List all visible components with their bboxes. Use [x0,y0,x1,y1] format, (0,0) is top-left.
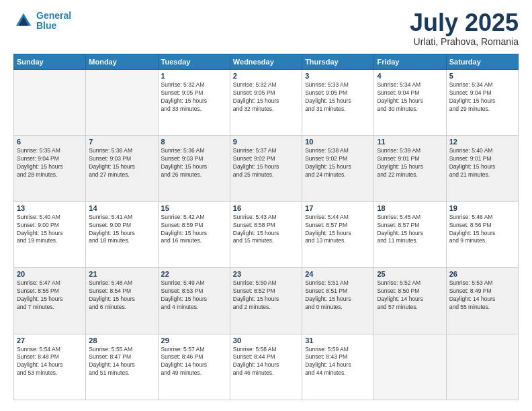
header-wednesday: Wednesday [230,54,302,70]
calendar-day-cell: 2Sunrise: 5:32 AM Sunset: 9:05 PM Daylig… [230,70,302,136]
calendar-day-cell: 10Sunrise: 5:38 AM Sunset: 9:02 PM Dayli… [302,136,374,201]
day-info: Sunrise: 5:47 AM Sunset: 8:55 PM Dayligh… [17,279,83,312]
day-info: Sunrise: 5:48 AM Sunset: 8:54 PM Dayligh… [89,279,154,312]
day-info: Sunrise: 5:49 AM Sunset: 8:53 PM Dayligh… [161,279,227,312]
calendar-day-cell: 27Sunrise: 5:54 AM Sunset: 8:48 PM Dayli… [14,334,86,400]
day-number: 4 [377,72,443,80]
day-number: 13 [17,204,83,212]
calendar-day-cell [86,70,158,136]
calendar-day-cell: 15Sunrise: 5:42 AM Sunset: 8:59 PM Dayli… [158,201,230,267]
day-number: 15 [161,204,227,212]
day-info: Sunrise: 5:44 AM Sunset: 8:57 PM Dayligh… [305,214,371,246]
day-info: Sunrise: 5:46 AM Sunset: 8:56 PM Dayligh… [449,214,515,246]
header-tuesday: Tuesday [158,54,230,70]
calendar-day-cell: 3Sunrise: 5:33 AM Sunset: 9:05 PM Daylig… [302,70,374,136]
day-number: 14 [89,204,154,212]
day-number: 26 [449,270,515,278]
day-number: 18 [377,204,443,212]
day-number: 5 [449,72,515,80]
calendar-week-row: 6Sunrise: 5:35 AM Sunset: 9:04 PM Daylig… [14,136,519,201]
day-info: Sunrise: 5:50 AM Sunset: 8:52 PM Dayligh… [233,279,299,312]
day-info: Sunrise: 5:38 AM Sunset: 9:02 PM Dayligh… [305,147,371,179]
day-number: 27 [17,336,83,345]
day-number: 6 [17,138,83,146]
logo: General Blue [13,11,71,32]
day-number: 7 [89,138,154,146]
day-info: Sunrise: 5:57 AM Sunset: 8:46 PM Dayligh… [161,346,227,378]
title-block: July 2025 Urlati, Prahova, Romania [410,11,519,47]
day-number: 2 [233,72,299,80]
calendar-day-cell: 29Sunrise: 5:57 AM Sunset: 8:46 PM Dayli… [158,334,230,400]
day-number: 9 [233,138,299,146]
logo-general: General [36,10,71,21]
day-info: Sunrise: 5:40 AM Sunset: 9:00 PM Dayligh… [17,214,83,246]
day-info: Sunrise: 5:55 AM Sunset: 8:47 PM Dayligh… [89,346,154,378]
day-number: 21 [89,270,154,278]
day-number: 19 [449,204,515,212]
calendar-day-cell: 8Sunrise: 5:36 AM Sunset: 9:03 PM Daylig… [158,136,230,201]
calendar-day-cell: 14Sunrise: 5:41 AM Sunset: 9:00 PM Dayli… [86,201,158,267]
calendar-day-cell: 9Sunrise: 5:37 AM Sunset: 9:02 PM Daylig… [230,136,302,201]
calendar-day-cell: 11Sunrise: 5:39 AM Sunset: 9:01 PM Dayli… [374,136,446,201]
day-info: Sunrise: 5:45 AM Sunset: 8:57 PM Dayligh… [377,214,443,246]
calendar-day-cell: 28Sunrise: 5:55 AM Sunset: 8:47 PM Dayli… [86,334,158,400]
day-number: 10 [305,138,371,146]
day-info: Sunrise: 5:58 AM Sunset: 8:44 PM Dayligh… [233,346,299,378]
day-number: 29 [161,336,227,345]
calendar-day-cell: 30Sunrise: 5:58 AM Sunset: 8:44 PM Dayli… [230,334,302,400]
day-number: 25 [377,270,443,278]
calendar-day-cell [14,70,86,136]
header-saturday: Saturday [446,54,518,70]
day-number: 17 [305,204,371,212]
calendar-day-cell: 13Sunrise: 5:40 AM Sunset: 9:00 PM Dayli… [14,201,86,267]
weekday-header-row: Sunday Monday Tuesday Wednesday Thursday… [14,54,519,70]
calendar-day-cell: 19Sunrise: 5:46 AM Sunset: 8:56 PM Dayli… [446,201,518,267]
day-number: 20 [17,270,83,278]
calendar-day-cell: 25Sunrise: 5:52 AM Sunset: 8:50 PM Dayli… [374,268,446,334]
day-info: Sunrise: 5:40 AM Sunset: 9:01 PM Dayligh… [449,147,515,179]
calendar-day-cell: 7Sunrise: 5:36 AM Sunset: 9:03 PM Daylig… [86,136,158,201]
day-info: Sunrise: 5:54 AM Sunset: 8:48 PM Dayligh… [17,346,83,378]
day-info: Sunrise: 5:36 AM Sunset: 9:03 PM Dayligh… [161,147,227,179]
day-info: Sunrise: 5:37 AM Sunset: 9:02 PM Dayligh… [233,147,299,179]
header-thursday: Thursday [302,54,374,70]
header-friday: Friday [374,54,446,70]
calendar-table: Sunday Monday Tuesday Wednesday Thursday… [13,54,519,400]
day-number: 12 [449,138,515,146]
day-info: Sunrise: 5:32 AM Sunset: 9:05 PM Dayligh… [233,81,299,113]
day-info: Sunrise: 5:53 AM Sunset: 8:49 PM Dayligh… [449,279,515,312]
day-number: 1 [161,72,227,80]
day-info: Sunrise: 5:51 AM Sunset: 8:51 PM Dayligh… [305,279,371,312]
page: General Blue July 2025 Urlati, Prahova, … [0,0,532,411]
day-info: Sunrise: 5:39 AM Sunset: 9:01 PM Dayligh… [377,147,443,179]
day-info: Sunrise: 5:42 AM Sunset: 8:59 PM Dayligh… [161,214,227,246]
day-info: Sunrise: 5:35 AM Sunset: 9:04 PM Dayligh… [17,147,83,179]
header-sunday: Sunday [14,54,86,70]
day-number: 16 [233,204,299,212]
day-info: Sunrise: 5:34 AM Sunset: 9:04 PM Dayligh… [449,81,515,113]
calendar-day-cell: 12Sunrise: 5:40 AM Sunset: 9:01 PM Dayli… [446,136,518,201]
calendar-week-row: 1Sunrise: 5:32 AM Sunset: 9:05 PM Daylig… [14,70,519,136]
calendar-day-cell: 18Sunrise: 5:45 AM Sunset: 8:57 PM Dayli… [374,201,446,267]
day-number: 23 [233,270,299,278]
calendar-week-row: 20Sunrise: 5:47 AM Sunset: 8:55 PM Dayli… [14,268,519,334]
logo-blue-text: Blue [36,20,56,31]
day-number: 11 [377,138,443,146]
header-monday: Monday [86,54,158,70]
calendar-day-cell: 1Sunrise: 5:32 AM Sunset: 9:05 PM Daylig… [158,70,230,136]
month-title: July 2025 [410,11,519,35]
day-number: 31 [305,336,371,345]
day-number: 8 [161,138,227,146]
calendar-week-row: 27Sunrise: 5:54 AM Sunset: 8:48 PM Dayli… [14,334,519,400]
day-info: Sunrise: 5:34 AM Sunset: 9:04 PM Dayligh… [377,81,443,113]
logo-icon [13,11,34,31]
calendar-day-cell: 26Sunrise: 5:53 AM Sunset: 8:49 PM Dayli… [446,268,518,334]
day-info: Sunrise: 5:59 AM Sunset: 8:43 PM Dayligh… [305,346,371,378]
day-number: 3 [305,72,371,80]
calendar-day-cell: 17Sunrise: 5:44 AM Sunset: 8:57 PM Dayli… [302,201,374,267]
day-number: 28 [89,336,154,345]
day-info: Sunrise: 5:43 AM Sunset: 8:58 PM Dayligh… [233,214,299,246]
calendar-week-row: 13Sunrise: 5:40 AM Sunset: 9:00 PM Dayli… [14,201,519,267]
calendar-day-cell: 4Sunrise: 5:34 AM Sunset: 9:04 PM Daylig… [374,70,446,136]
calendar-day-cell: 22Sunrise: 5:49 AM Sunset: 8:53 PM Dayli… [158,268,230,334]
